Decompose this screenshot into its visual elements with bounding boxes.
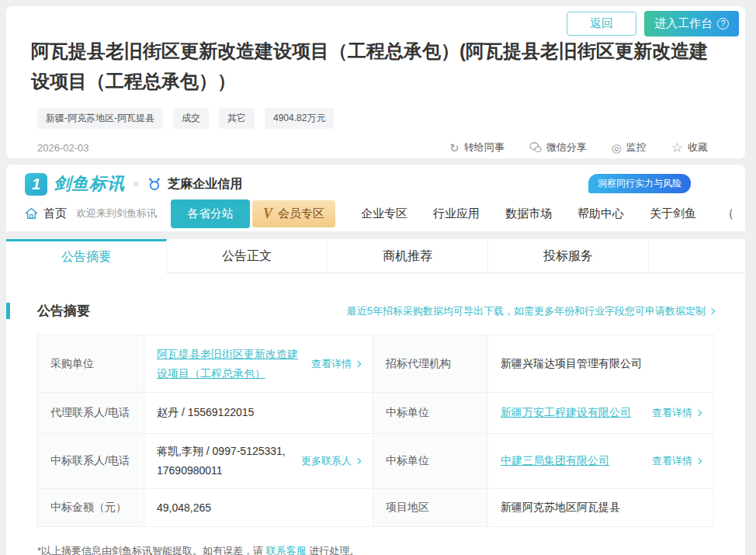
jianyu-logo-text[interactable]: 剑鱼标讯 [54,172,125,196]
winner-contact-text: 蒋凯,李翔 / 0997-5125331, 17690980011 [157,442,295,480]
logo-separator: × [133,178,139,190]
vip-zone-button[interactable]: V 会员专区 [252,200,335,227]
nav-home-label: 首页 [43,206,67,221]
contact-support-link[interactable]: 联系客服 [266,545,307,555]
back-button[interactable]: 返回 [567,12,636,36]
data-export-link[interactable]: 最近5年招标采购数据均可导出下载，如需更多年份和行业字段您可申请数据定制 [347,304,714,318]
nav-home[interactable]: 首页 [25,206,67,221]
tab-bidding-service[interactable]: 投标服务 [488,239,649,273]
row-label-winner-contact: 中标联系人/电话 [38,434,144,489]
nav-trailing-paren: （ [722,206,734,222]
monitor-icon: ◎ [612,142,622,154]
jianyu-logo-icon[interactable]: 1 [25,173,47,196]
row-value-winner-1: 新疆万安工程建设有限公司 查看详情 [488,393,713,434]
row-value-winner-contact: 蒋凯,李翔 / 0997-5125331, 17690980011 更多联系人 [144,434,373,489]
row-value-agent-contact: 赵丹 / 15569122015 [144,393,373,434]
wechat-share-label: 微信分享 [546,140,587,154]
amount-tag: 4904.82万元 [265,108,334,129]
chevron-right-icon [355,360,361,366]
favorite-action[interactable]: ☆ 收藏 [671,140,708,154]
main-panel: 公告摘要 公告正文 商机推荐 投标服务 公告摘要 最近5年招标采购数据均可导出下… [6,239,745,555]
view-detail-link-winner-2[interactable]: 查看详情 [652,454,701,468]
promo-badge[interactable]: 洞察同行实力与风险 [588,174,691,193]
row-value-award-amount: 49,048,265 [144,489,373,526]
nav-item-industry[interactable]: 行业应用 [433,206,480,221]
row-label-agency: 招标代理机构 [373,335,488,393]
card-buttons: 返回 进入工作台 ? [567,11,739,36]
announcement-header-card: 返回 进入工作台 ? 阿瓦提县老旧街区更新改造建设项目（工程总承包）(阿瓦提县老… [6,6,745,158]
province-sites-button[interactable]: 各省分站 [171,199,250,228]
vip-zone-label: 会员专区 [278,206,324,221]
status-tag: 成交 [173,108,209,129]
forward-to-colleague-label: 转给同事 [464,140,505,154]
tab-strip: 公告摘要 公告正文 商机推荐 投标服务 [6,239,745,273]
view-detail-label: 查看详情 [652,406,692,420]
more-contacts-label: 更多联系人 [301,454,352,468]
chevron-right-icon [355,458,361,464]
tag-row: 新疆-阿克苏地区-阿瓦提县 成交 其它 4904.82万元 [37,108,745,129]
purchaser-link[interactable]: 阿瓦提县老旧街区更新改造建设项目（工程总承包） [157,345,305,383]
wechat-icon [529,142,542,153]
category-tag: 其它 [219,108,255,129]
nav-item-help-center[interactable]: 帮助中心 [577,206,624,221]
vip-v-icon: V [263,206,272,220]
enter-workspace-button[interactable]: 进入工作台 ? [644,11,739,36]
row-label-agent-contact: 代理联系人/电话 [38,393,144,434]
nav-item-about[interactable]: 关于剑鱼 [650,206,696,221]
zhima-logo-text: 芝麻企业信用 [168,176,242,193]
zhima-logo-icon [147,176,162,192]
wechat-share-action[interactable]: 微信分享 [529,140,587,154]
view-detail-label: 查看详情 [311,357,352,371]
chevron-right-icon [709,307,715,314]
monitor-label: 监控 [626,140,647,154]
row-value-purchaser: 阿瓦提县老旧街区更新改造建设项目（工程总承包） 查看详情 [144,335,373,393]
chevron-right-icon [695,410,702,416]
question-circle-icon: ? [717,18,729,29]
more-contacts-link[interactable]: 更多联系人 [301,454,360,468]
welcome-text: 欢迎来到剑鱼标讯 [76,206,157,220]
footnote: *以上摘要信息由剑鱼标讯智能提取。如有误差，请 联系客服 进行处理。 [37,544,714,555]
tab-strip-filler [649,239,745,273]
row-value-project-region: 新疆阿克苏地区阿瓦提县 [488,489,713,526]
forward-to-colleague-action[interactable]: ↻ 转给同事 [449,140,505,154]
section-accent-bar [6,303,10,319]
tab-business-recommendation[interactable]: 商机推荐 [328,239,488,273]
nav-right: V 会员专区 企业专区 行业应用 数据市场 帮助中心 关于剑鱼 （ [252,200,734,227]
summary-section-header: 公告摘要 最近5年招标采购数据均可导出下载，如需更多年份和行业字段您可申请数据定… [6,302,745,320]
footnote-prefix: *以上摘要信息由剑鱼标讯智能提取。如有误差，请 [37,545,266,555]
site-header: 1 剑鱼标讯 × 芝麻企业信用 洞察同行实力与风险 首页 欢迎来到剑鱼标讯 各省 [6,165,745,231]
enter-workspace-label: 进入工作台 [654,16,713,31]
main-nav: 首页 欢迎来到剑鱼标讯 各省分站 V 会员专区 企业专区 行业应用 数据市场 帮… [6,196,745,231]
meta-row: 2026-02-03 ↻ 转给同事 微信分享 ◎ 监控 ☆ [37,140,708,154]
winner-1-link[interactable]: 新疆万安工程建设有限公司 [501,406,631,420]
forward-icon: ↻ [449,142,459,154]
home-icon [25,207,38,220]
nav-item-data-market[interactable]: 数据市场 [505,206,552,221]
star-icon: ☆ [671,141,683,154]
nav-item-enterprise[interactable]: 企业专区 [361,206,407,221]
section-title: 公告摘要 [37,302,90,320]
view-detail-label: 查看详情 [652,454,692,468]
row-label-purchaser: 采购单位 [38,335,144,393]
favorite-label: 收藏 [688,140,708,154]
row-label-award-amount: 中标金额（元） [38,489,144,526]
monitor-action[interactable]: ◎ 监控 [612,140,647,154]
tab-announcement-body[interactable]: 公告正文 [167,239,328,273]
row-label-project-region: 项目地区 [373,489,488,526]
region-tag: 新疆-阿克苏地区-阿瓦提县 [37,108,163,129]
publish-date: 2026-02-03 [37,142,89,154]
row-label-winner-1: 中标单位 [373,393,488,434]
summary-table: 采购单位 阿瓦提县老旧街区更新改造建设项目（工程总承包） 查看详情 招标代理机构… [37,335,714,527]
view-detail-link-winner-1[interactable]: 查看详情 [652,406,701,420]
logo-row: 1 剑鱼标讯 × 芝麻企业信用 洞察同行实力与风险 [6,165,745,196]
row-value-winner-2: 中建三局集团有限公司 查看详情 [488,434,713,489]
action-bar: ↻ 转给同事 微信分享 ◎ 监控 ☆ 收藏 [449,140,708,154]
view-detail-link-purchaser[interactable]: 查看详情 [311,357,360,371]
row-value-agency: 新疆兴瑞达项目管理有限公司 [488,335,713,393]
footnote-suffix: 进行处理。 [307,545,360,555]
chevron-right-icon [695,458,702,464]
tab-announcement-summary[interactable]: 公告摘要 [6,239,167,273]
row-label-winner-2: 中标单位 [373,434,488,489]
data-export-link-label: 最近5年招标采购数据均可导出下载，如需更多年份和行业字段您可申请数据定制 [347,304,706,318]
winner-2-link[interactable]: 中建三局集团有限公司 [501,454,609,468]
